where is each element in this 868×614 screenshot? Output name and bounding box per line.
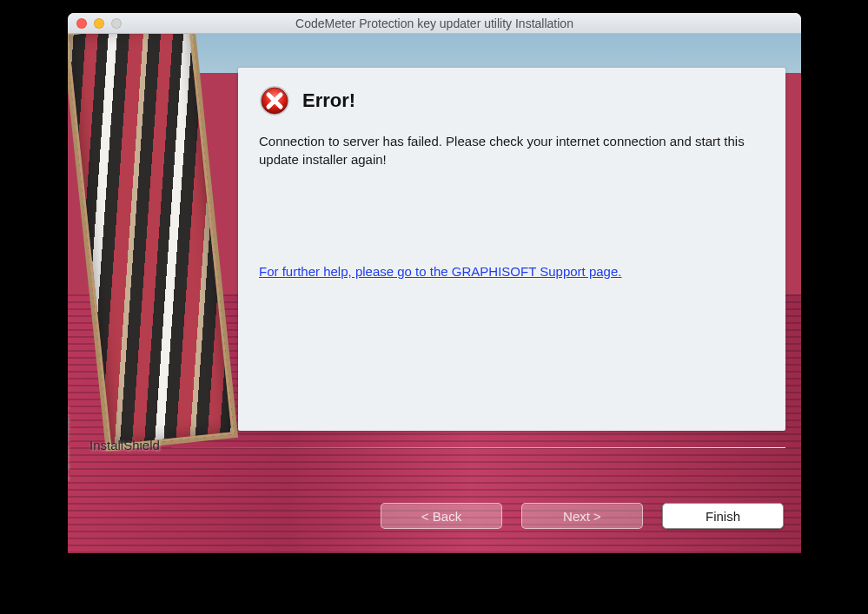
installer-window: CodeMeter Protection key updater utility… bbox=[68, 13, 801, 553]
panel-header: Error! bbox=[259, 85, 765, 116]
copyright-label: © GRAPHISOFT bbox=[68, 404, 71, 481]
button-row: < Back Next > Finish bbox=[381, 503, 784, 529]
installshield-brand: InstallShield bbox=[89, 438, 160, 452]
back-button: < Back bbox=[381, 503, 502, 529]
error-message: Connection to server has failed. Please … bbox=[259, 132, 765, 168]
footer-divider bbox=[172, 447, 785, 448]
support-link[interactable]: For further help, please go to the GRAPH… bbox=[259, 264, 765, 279]
message-panel: Error! Connection to server has failed. … bbox=[238, 68, 785, 431]
window-title: CodeMeter Protection key updater utility… bbox=[68, 17, 801, 30]
content-area: © GRAPHISOFT Error! Co bbox=[68, 34, 801, 553]
finish-button[interactable]: Finish bbox=[662, 503, 784, 529]
next-button: Next > bbox=[521, 503, 643, 529]
titlebar: CodeMeter Protection key updater utility… bbox=[68, 13, 801, 34]
error-title: Error! bbox=[302, 89, 355, 112]
error-icon bbox=[259, 85, 290, 116]
